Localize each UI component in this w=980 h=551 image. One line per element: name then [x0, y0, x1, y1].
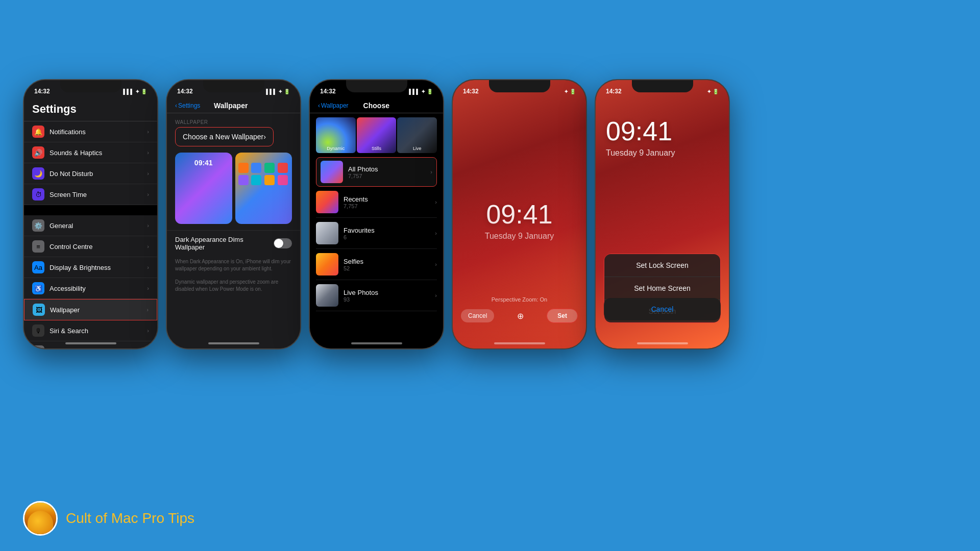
album-live-photos[interactable]: Live Photos 93 › — [316, 280, 437, 311]
brand-avatar-image — [24, 503, 56, 534]
wallpaper-settings-screen: 14:32 ▌▌▌ ✦ 🔋 ‹ Settings Wallpaper WALLP… — [167, 80, 300, 348]
status-icons-1: ▌▌▌ ✦ 🔋 — [123, 89, 147, 94]
selfies-chevron: › — [435, 261, 437, 267]
home-indicator-5 — [637, 342, 688, 344]
general-chevron: › — [147, 222, 149, 229]
favs-info: Favourites 6 — [344, 227, 435, 240]
settings-item-general[interactable]: ⚙️ General › — [24, 215, 157, 236]
settings-screen: 14:32 ▌▌▌ ✦ 🔋 Settings 🔔 Notifications ›… — [24, 80, 157, 348]
choose-wallpaper-button[interactable]: Choose a New Wallpaper › — [175, 127, 274, 146]
wallpaper-label: Wallpaper — [50, 306, 146, 314]
back-button-2[interactable]: ‹ Settings — [175, 102, 200, 109]
settings-item-notifications[interactable]: 🔔 Notifications › — [24, 121, 157, 142]
favs-count: 6 — [344, 234, 435, 240]
dark-appearance-toggle[interactable] — [274, 238, 292, 248]
preview-screen: 14:32 ✦ 🔋 09:41 Tuesday 9 January Perspe… — [453, 80, 586, 348]
settings-item-accessibility[interactable]: ♿ Accessibility › — [24, 278, 157, 299]
brand-title-bold: Cult of Mac — [66, 510, 138, 526]
phone-choose: 14:32 ▌▌▌ ✦ 🔋 ‹ Wallpaper Choose Dynamic… — [309, 79, 444, 349]
settings-item-siri[interactable]: 🎙 Siri & Search › — [24, 320, 157, 341]
preview-bottom-bar: Perspective Zoom: On Cancel ⊕ Set — [453, 296, 586, 323]
wallpaper-icon: 🖼 — [33, 304, 45, 316]
phone-wallpaper-settings: 14:32 ▌▌▌ ✦ 🔋 ‹ Settings Wallpaper WALLP… — [166, 79, 301, 349]
preview-actions: Cancel ⊕ Set — [461, 309, 578, 323]
set-lock-screen-button[interactable]: Set Lock Screen — [604, 254, 720, 277]
selfies-count: 52 — [344, 265, 435, 271]
settings-item-sounds[interactable]: 🔊 Sounds & Haptics › — [24, 142, 157, 163]
app-icon — [238, 163, 249, 173]
recents-count: 7,757 — [344, 203, 435, 209]
wallpaper-section-label: WALLPAPER — [167, 113, 300, 127]
live-photos-thumb — [316, 284, 338, 307]
favs-thumb — [316, 222, 338, 244]
dynamic-category[interactable]: Dynamic — [316, 117, 356, 153]
home-indicator-3 — [351, 342, 402, 344]
settings-item-dnd[interactable]: 🌙 Do Not Disturb › — [24, 163, 157, 184]
control-icon: ≡ — [32, 240, 44, 253]
general-label: General — [50, 222, 147, 230]
album-selfies[interactable]: Selfies 52 › — [316, 249, 437, 280]
choose-wallpaper-label: Choose a New Wallpaper — [183, 133, 263, 141]
notch-5 — [632, 80, 693, 92]
album-recents[interactable]: Recents 7,757 › — [316, 187, 437, 218]
notch-3 — [346, 80, 407, 92]
live-photos-name: Live Photos — [344, 289, 435, 296]
control-chevron: › — [147, 243, 149, 249]
preview-set-button[interactable]: Set — [547, 309, 578, 323]
faceid-label: Face ID & Passcode — [50, 348, 147, 349]
wallpaper-preview: 09:41 — [167, 146, 300, 230]
share-icon: ⊕ — [517, 311, 524, 321]
set-options-time: 09:41 — [606, 116, 729, 146]
selfies-info: Selfies 52 — [344, 258, 435, 271]
phone-preview: 14:32 ✦ 🔋 09:41 Tuesday 9 January Perspe… — [452, 79, 587, 349]
toggle-row: Dark Appearance Dims Wallpaper — [167, 230, 300, 256]
branding-area: Cult of Mac Pro Tips — [23, 501, 194, 536]
notch-4 — [489, 80, 550, 92]
selfies-thumb — [316, 253, 338, 276]
lock-screen-preview: 09:41 — [175, 153, 232, 224]
status-icons-3: ▌▌▌ ✦ 🔋 — [409, 89, 433, 94]
live-category[interactable]: Live — [397, 117, 437, 153]
live-photos-info: Live Photos 93 — [344, 289, 435, 303]
dnd-label: Do Not Disturb — [50, 170, 147, 178]
preview-cancel-button[interactable]: Cancel — [461, 309, 494, 322]
accessibility-chevron: › — [147, 285, 149, 291]
selfies-name: Selfies — [344, 258, 435, 265]
notifications-icon: 🔔 — [32, 126, 44, 138]
settings-item-screentime[interactable]: ⏱ Screen Time › — [24, 184, 157, 205]
choose-chevron: › — [263, 133, 266, 141]
settings-item-wallpaper[interactable]: 🖼 Wallpaper › — [24, 299, 157, 320]
wallpaper-chevron: › — [146, 307, 149, 313]
settings-item-display[interactable]: Aa Display & Brightness › — [24, 257, 157, 278]
avatar-face — [28, 511, 53, 536]
settings-separator-1 — [24, 205, 157, 215]
siri-chevron: › — [147, 328, 149, 334]
brand-avatar — [23, 501, 58, 536]
status-time-3: 14:32 — [320, 88, 336, 95]
sounds-icon: 🔊 — [32, 146, 44, 159]
dnd-chevron: › — [147, 170, 149, 177]
recents-name: Recents — [344, 195, 435, 203]
album-all-photos[interactable]: All Photos 7,757 › — [316, 157, 437, 187]
status-icons-5: ✦ 🔋 — [707, 89, 719, 94]
all-photos-thumb — [321, 161, 343, 183]
stills-category[interactable]: Stills — [357, 117, 397, 153]
photo-albums-list: All Photos 7,757 › Recents 7,757 › Favou… — [310, 157, 443, 311]
status-time-1: 14:32 — [34, 88, 50, 95]
album-favourites[interactable]: Favourites 6 › — [316, 218, 437, 249]
choose-nav-title: Choose — [349, 102, 404, 110]
settings-list: 🔔 Notifications › 🔊 Sounds & Haptics › 🌙… — [24, 121, 157, 348]
accessibility-icon: ♿ — [32, 282, 44, 294]
preview-lock-time: 09:41 — [194, 159, 213, 167]
back-button-3[interactable]: ‹ Wallpaper — [318, 102, 349, 109]
set-options-cancel-button[interactable]: Cancel — [604, 298, 721, 320]
category-grid: Dynamic Stills Live — [310, 113, 443, 157]
app-icon — [264, 163, 275, 173]
sounds-chevron: › — [147, 149, 149, 156]
home-indicator-4 — [494, 342, 545, 344]
display-icon: Aa — [32, 261, 44, 273]
settings-item-control[interactable]: ≡ Control Centre › — [24, 236, 157, 257]
notifications-chevron: › — [147, 129, 149, 135]
app-icon — [278, 163, 288, 173]
status-icons-4: ✦ 🔋 — [564, 89, 576, 94]
